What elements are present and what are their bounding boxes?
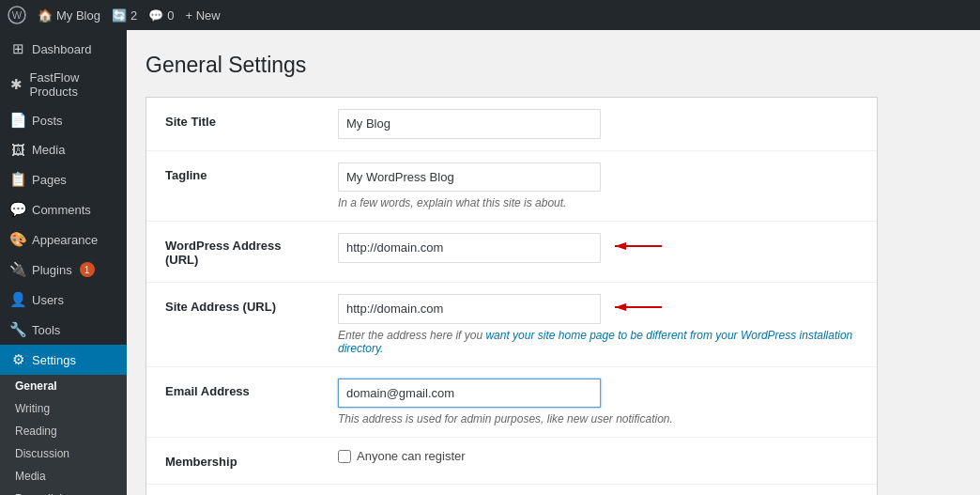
sidebar-item-appearance[interactable]: 🎨 Appearance (0, 224, 127, 255)
wp-url-row: WordPress Address (URL) (146, 222, 877, 283)
comments-count: 0 (167, 8, 174, 23)
sidebar-label-plugins: Plugins (32, 263, 72, 277)
red-arrow-2 (610, 298, 666, 317)
email-description: This address is used for admin purposes,… (338, 412, 865, 425)
default-role-cell: Subscriber Contributor Author Editor Adm… (334, 485, 877, 496)
membership-row: Membership Anyone can register (146, 438, 877, 485)
wp-logo-icon: W (8, 6, 26, 24)
site-url-arrow-container (338, 294, 865, 324)
site-name-item[interactable]: 🏠 My Blog (38, 8, 100, 23)
site-name: My Blog (56, 8, 100, 23)
sidebar-label-appearance: Appearance (32, 233, 98, 247)
posts-icon: 📄 (9, 112, 26, 129)
email-label: Email Address (146, 366, 334, 438)
sidebar-item-posts[interactable]: 📄 Posts (0, 105, 127, 135)
settings-submenu: General Writing Reading Discussion Media… (0, 375, 127, 495)
site-url-row: Site Address (URL) (146, 283, 877, 367)
wp-logo-item[interactable]: W (8, 6, 26, 24)
site-url-arrow (610, 298, 666, 319)
appearance-icon: 🎨 (9, 231, 26, 248)
sidebar-item-media[interactable]: 🖼 Media (0, 135, 127, 164)
settings-form: Site Title Tagline In a few wor (145, 97, 878, 495)
plugins-icon: 🔌 (9, 261, 26, 278)
submenu-label-writing: Writing (15, 402, 50, 415)
users-icon: 👤 (9, 291, 26, 308)
admin-bar: W 🏠 My Blog 🔄 2 💬 0 + New (0, 0, 980, 30)
sidebar-label-settings: Settings (32, 353, 76, 367)
new-label: + New (185, 8, 220, 23)
site-url-label: Site Address (URL) (146, 283, 334, 367)
sidebar-label-posts: Posts (32, 114, 63, 128)
membership-checkbox-text: Anyone can register (357, 449, 466, 463)
tagline-description: In a few words, explain what this site i… (338, 196, 865, 209)
sidebar-item-users[interactable]: 👤 Users (0, 285, 127, 315)
updates-icon: 🔄 (112, 8, 127, 23)
submenu-label-discussion: Discussion (15, 447, 69, 460)
comments-item[interactable]: 💬 0 (148, 8, 174, 23)
site-title-label: Site Title (146, 98, 334, 150)
submenu-item-writing[interactable]: Writing (0, 397, 127, 420)
sidebar-item-plugins[interactable]: 🔌 Plugins 1 (0, 255, 127, 285)
submenu-label-media: Media (15, 470, 46, 483)
page-title: General Settings (145, 53, 961, 78)
tagline-label: Tagline (146, 150, 334, 222)
submenu-label-general: General (15, 379, 57, 393)
email-cell: This address is used for admin purposes,… (334, 366, 877, 438)
dashboard-icon: ⊞ (9, 40, 26, 57)
submenu-label-reading: Reading (15, 425, 57, 438)
comments-nav-icon: 💬 (9, 201, 26, 218)
tagline-input[interactable] (338, 162, 601, 193)
site-url-input[interactable] (338, 294, 601, 324)
sidebar-item-comments[interactable]: 💬 Comments (0, 194, 127, 224)
tagline-row: Tagline In a few words, explain what thi… (146, 150, 877, 222)
sidebar-label-users: Users (32, 293, 64, 307)
svg-text:W: W (12, 9, 23, 21)
fastflow-icon: ✱ (9, 76, 24, 93)
sidebar-label-media: Media (32, 143, 65, 157)
submenu-item-general[interactable]: General (0, 375, 127, 397)
media-icon: 🖼 (9, 142, 26, 158)
updates-item[interactable]: 🔄 2 (112, 8, 137, 23)
settings-icon: ⚙ (9, 351, 26, 368)
sidebar: ⊞ Dashboard ✱ FastFlow Products 📄 Posts … (0, 30, 127, 495)
site-title-cell (334, 98, 877, 150)
wp-url-arrow-container (338, 233, 865, 263)
house-icon: 🏠 (38, 8, 53, 23)
new-content-item[interactable]: + New (185, 8, 220, 23)
sidebar-label-dashboard: Dashboard (32, 42, 92, 56)
sidebar-item-settings[interactable]: ⚙ Settings (0, 345, 127, 375)
email-row: Email Address This address is used for a… (146, 366, 877, 438)
email-input[interactable] (338, 379, 601, 409)
sidebar-label-tools: Tools (32, 323, 60, 337)
site-title-input[interactable] (338, 109, 601, 139)
membership-checkbox[interactable] (338, 450, 351, 463)
sidebar-item-dashboard[interactable]: ⊞ Dashboard (0, 34, 127, 64)
sidebar-label-fastflow: FastFlow Products (30, 70, 117, 99)
submenu-item-media-settings[interactable]: Media (0, 465, 127, 487)
membership-cell: Anyone can register (334, 438, 877, 485)
sidebar-item-pages[interactable]: 📋 Pages (0, 164, 127, 194)
sidebar-label-comments: Comments (32, 203, 91, 217)
plugins-badge: 1 (80, 262, 95, 277)
site-title-row: Site Title (146, 98, 877, 150)
site-url-description: Enter the address here if you want your … (338, 329, 865, 355)
default-role-label: New User Default Role (146, 485, 334, 496)
sidebar-item-tools[interactable]: 🔧 Tools (0, 315, 127, 345)
wp-url-input[interactable] (338, 233, 601, 263)
submenu-item-permalinks[interactable]: Permalinks (0, 487, 127, 495)
admin-layout: ⊞ Dashboard ✱ FastFlow Products 📄 Posts … (0, 30, 980, 495)
default-role-row: New User Default Role Subscriber Contrib… (146, 485, 877, 496)
submenu-item-discussion[interactable]: Discussion (0, 442, 127, 465)
updates-count: 2 (130, 8, 137, 23)
tagline-cell: In a few words, explain what this site i… (334, 150, 877, 222)
site-url-cell: Enter the address here if you want your … (334, 283, 877, 367)
submenu-item-reading[interactable]: Reading (0, 420, 127, 442)
membership-label: Membership (146, 438, 334, 485)
wp-url-cell (334, 222, 877, 283)
tools-icon: 🔧 (9, 321, 26, 338)
pages-icon: 📋 (9, 171, 26, 188)
sidebar-item-fastflow[interactable]: ✱ FastFlow Products (0, 64, 127, 105)
sidebar-label-pages: Pages (32, 173, 67, 187)
membership-checkbox-label: Anyone can register (338, 449, 865, 463)
red-arrow-1 (610, 237, 666, 255)
